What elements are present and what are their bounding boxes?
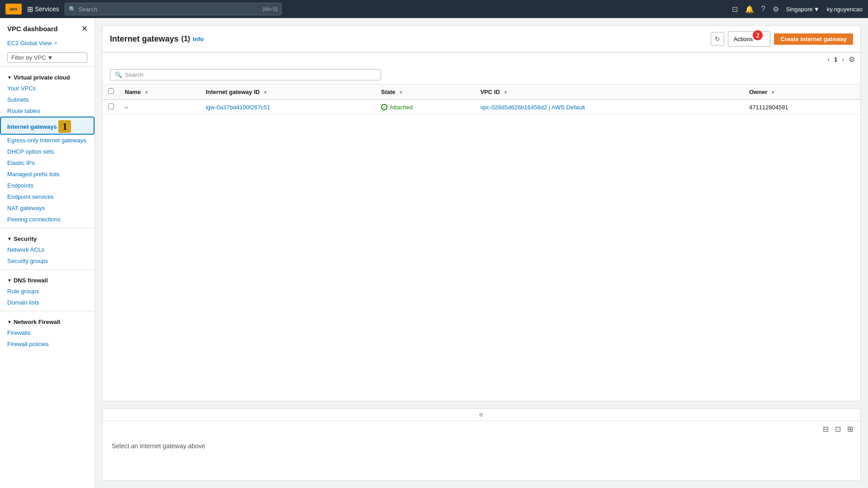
annotation-badge-1: 1 [58,120,71,133]
select-all-header [103,84,119,99]
settings-icon[interactable]: ⚙ [773,5,779,14]
help-icon[interactable]: ? [761,5,765,13]
status-label: Attached [390,104,413,111]
sidebar-item-managed-prefix[interactable]: Managed prefix lists [0,169,94,180]
refresh-button[interactable]: ↻ [711,32,724,46]
search-bar: 🔍 [103,66,860,84]
sidebar-item-rule-groups[interactable]: Rule groups [0,286,94,297]
sidebar-item-internet-gateways[interactable]: Internet gateways 1 [0,117,94,135]
table-row: – igw-0a37bd4100f267c51 Attached [103,99,860,115]
main-layout: VPC dashboard ✕ EC2 Global View ↗ Filter… [0,18,868,488]
sidebar-item-network-acls[interactable]: Network ACLs [0,244,94,255]
sidebar-header: VPC dashboard ✕ [0,18,94,38]
filter-vpc-label: Filter by VPC [11,54,47,61]
state-header-label: State [381,89,396,95]
dns-section-label: DNS firewall [14,277,48,284]
section-arrow: ▼ [7,75,12,80]
aws-logo: aws [5,4,22,14]
notifications-icon[interactable]: 🔔 [745,5,754,14]
drag-handle-icon: ≡ [479,411,484,419]
owner-sort-icon: ▼ [771,90,775,95]
terminal-icon[interactable]: ⊡ [732,5,738,14]
vpc-section-label: Virtual private cloud [14,74,70,81]
split-panel-header: ⊟ ⊡ ⊞ [103,421,860,437]
id-column-header[interactable]: Internet gateway ID ▼ [200,84,376,99]
global-search[interactable]: 🔍 [Alt+S] [65,3,282,15]
sidebar-item-nat-gateways[interactable]: NAT gateways [0,202,94,214]
panel-split-button[interactable]: ⊡ [833,424,843,434]
page-title: Internet gateways [110,34,179,44]
chevron-down-icon: ▼ [47,54,84,61]
sidebar-item-elastic-ips[interactable]: Elastic IPs [0,157,94,169]
table-container: Name ▼ Internet gateway ID ▼ State ▼ [103,84,860,401]
owner-header-label: Owner [749,89,767,95]
internet-gateways-table: Name ▼ Internet gateway ID ▼ State ▼ [103,84,860,115]
actions-label: Actions [734,36,753,42]
state-sort-icon: ▼ [399,90,403,95]
sidebar-item-your-vpcs[interactable]: Your VPCs [0,83,94,94]
name-column-header[interactable]: Name ▼ [119,84,200,99]
close-sidebar-button[interactable]: ✕ [81,24,87,33]
sidebar-item-endpoints[interactable]: Endpoints [0,180,94,191]
status-icon [381,104,387,110]
create-internet-gateway-button[interactable]: Create internet gateway [774,33,853,45]
region-label: Singapore [786,6,813,13]
sidebar-item-peering-connections[interactable]: Peering connections [0,214,94,225]
owner-column-header[interactable]: Owner ▼ [744,84,860,99]
region-selector[interactable]: Singapore ▼ [786,6,820,13]
security-section-label: Security [14,235,37,242]
sidebar-item-dhcp[interactable]: DHCP option sets [0,146,94,157]
actions-button[interactable]: Actions 2 [728,31,771,47]
header-actions: ↻ Actions 2 Create internet gateway [711,31,853,47]
prev-page-button[interactable]: ‹ [826,55,831,64]
divider-3 [0,269,94,270]
name-header-label: Name [125,89,141,95]
vpc-id-link[interactable]: vpc-028d5d626b16458d2 | AWS Default [480,104,585,111]
info-link[interactable]: Info [193,36,204,42]
divider-4 [0,311,94,311]
select-all-checkbox[interactable] [108,88,114,94]
gateway-id-link[interactable]: igw-0a37bd4100f267c51 [206,104,270,111]
sidebar-item-firewalls[interactable]: Firewalls [0,327,94,338]
services-menu[interactable]: ⊞ Services [27,5,59,14]
next-page-button[interactable]: › [840,55,846,64]
filter-by-vpc[interactable]: Filter by VPC ▼ [7,52,87,63]
vpc-id-column-header[interactable]: VPC ID ▼ [475,84,744,99]
name-sort-icon: ▼ [144,90,149,95]
search-icon: 🔍 [69,6,76,13]
search-input[interactable] [79,6,260,13]
vpc-section-title[interactable]: ▼ Virtual private cloud [0,70,94,83]
sidebar-item-domain-lists[interactable]: Domain lists [0,297,94,308]
pagination-settings-icon[interactable]: ⚙ [849,55,855,64]
sidebar-item-firewall-policies[interactable]: Firewall policies [0,338,94,350]
apps-icon: ⊞ [27,5,33,14]
sidebar-item-endpoint-services[interactable]: Endpoint services [0,191,94,202]
vpc-id-header-label: VPC ID [480,89,500,95]
annotation-badge-2: 2 [753,30,763,40]
network-section-label: Network Firewall [14,319,60,325]
id-header-label: Internet gateway ID [206,89,259,95]
search-icon: 🔍 [115,71,122,78]
pagination-row: ‹ 1 › ⚙ [103,52,860,66]
vpc-id-sort-icon: ▼ [503,90,508,95]
state-column-header[interactable]: State ▼ [376,84,475,99]
ec2-global-view-link[interactable]: EC2 Global View ↗ [0,38,94,49]
row-name: – [119,99,200,115]
row-checkbox[interactable] [108,103,114,109]
sidebar-item-egress-only[interactable]: Egress-only Internet gateways [0,135,94,146]
panel-close-button[interactable]: ⊞ [845,424,855,434]
region-arrow: ▼ [814,6,820,13]
dns-firewall-section-title[interactable]: ▼ DNS firewall [0,272,94,286]
sidebar-item-subnets[interactable]: Subnets [0,94,94,105]
select-message: Select an internet gateway above [112,442,205,450]
split-panel-drag-handle[interactable]: ≡ [103,409,860,421]
security-section-title[interactable]: ▼ Security [0,231,94,244]
split-panel: ≡ ⊟ ⊡ ⊞ Select an internet gateway above [102,408,861,481]
table-search-input[interactable] [125,71,376,78]
sidebar-item-security-groups[interactable]: Security groups [0,255,94,267]
panel-minimize-button[interactable]: ⊟ [821,424,830,434]
network-firewall-section-title[interactable]: ▼ Network Firewall [0,314,94,327]
user-menu[interactable]: ky.nguyencao [827,6,863,13]
internet-gateways-table-section: Internet gateways (1) Info ↻ Actions 2 C… [102,25,861,401]
sidebar-item-route-tables[interactable]: Route tables [0,105,94,117]
